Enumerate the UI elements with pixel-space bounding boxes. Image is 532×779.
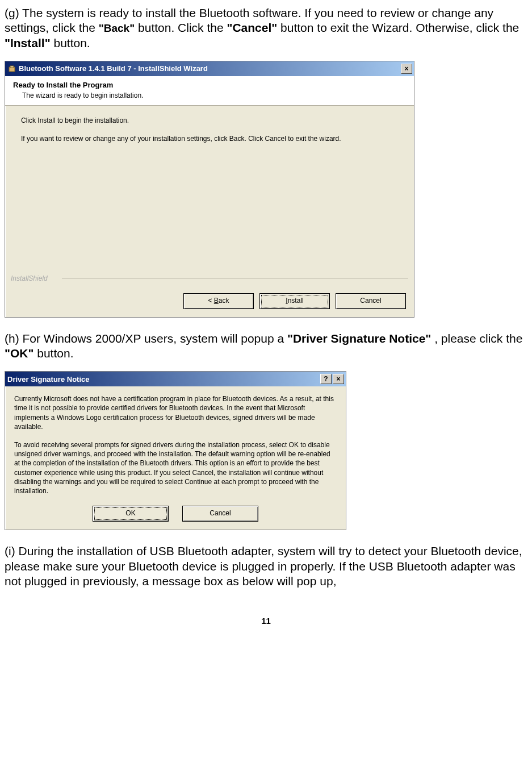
text: , please click the [434,332,522,345]
body-text-1: Currently Microsoft does not have a cert… [14,394,337,431]
page-number: 11 [5,616,527,626]
divider [62,278,408,278]
close-button[interactable]: × [333,374,344,384]
paragraph-i: (i) During the installation of USB Bluet… [5,544,527,589]
text: button. Click the [138,21,227,34]
body-text-1: Click Install to begin the installation. [21,116,398,125]
installshield-brand: InstallShield [11,274,48,283]
titlebar-text: Driver Signature Notice [7,375,90,384]
bold-install: "Install" [5,36,51,49]
text: ack [219,297,229,305]
titlebar-text: Bluetooth Software 1.4.1 Build 7 - Insta… [19,64,208,73]
help-button[interactable]: ? [320,374,332,384]
header-title: Ready to Install the Program [13,81,406,89]
paragraph-h: (h) For Windows 2000/XP users, system wi… [5,331,527,361]
text: button to exit the Wizard. Otherwise, cl… [280,21,519,34]
titlebar[interactable]: Driver Signature Notice ? × [5,372,346,386]
close-button[interactable]: × [401,64,412,74]
accel: B [214,297,219,305]
text: button. [53,36,90,49]
paragraph-g: (g) The system is ready to install the B… [5,6,527,51]
back-button[interactable]: < Back [183,293,254,309]
installer-icon [7,64,16,73]
installshield-dialog: Bluetooth Software 1.4.1 Build 7 - Insta… [5,61,414,318]
ok-button[interactable]: OK [93,506,169,522]
text: button. [37,347,73,360]
cancel-button[interactable]: Cancel [182,506,258,522]
dialog-footer: < Back Install Cancel [5,286,414,317]
install-button[interactable]: Install [259,293,330,309]
titlebar[interactable]: Bluetooth Software 1.4.1 Build 7 - Insta… [5,61,414,76]
dialog-body: Click Install to begin the installation.… [5,106,414,286]
dialog-footer: OK Cancel [5,502,346,530]
bold-dsn: "Driver Signature Notice" [287,332,431,345]
svg-rect-1 [10,66,14,68]
driver-signature-dialog: Driver Signature Notice ? × Currently Mi… [5,371,346,530]
cancel-button[interactable]: Cancel [336,293,406,309]
bold-back: "Back" [99,22,135,34]
dialog-body: Currently Microsoft does not have a cert… [5,386,346,502]
bold-cancel: "Cancel" [227,21,277,34]
text: nstall [288,297,304,305]
body-text-2: If you want to review or change any of y… [21,134,398,143]
dialog-header: Ready to Install the Program The wizard … [5,76,414,106]
bold-ok: "OK" [5,347,33,360]
body-text-2: To avoid receiving several prompts for s… [14,440,337,495]
text: (h) For Windows 2000/XP users, system wi… [5,332,287,345]
text: < [208,297,213,305]
header-subtitle: The wizard is ready to begin installatio… [13,91,406,99]
